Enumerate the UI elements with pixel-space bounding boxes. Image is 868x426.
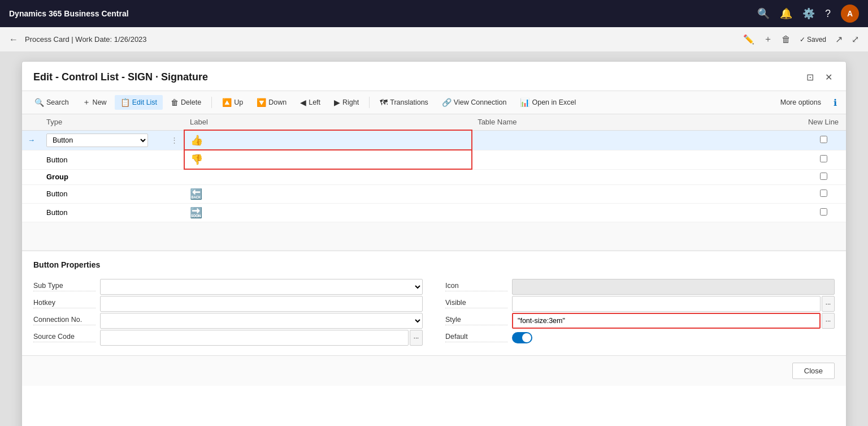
notification-icon[interactable]: 🔔 <box>780 7 792 20</box>
open-in-excel-button[interactable]: 📊 Open in Excel <box>514 95 581 110</box>
type-cell-2[interactable]: Button <box>41 150 165 169</box>
label-cell-1[interactable]: 👍 <box>184 130 472 150</box>
default-label: Default <box>445 333 507 342</box>
close-button[interactable]: Close <box>792 363 835 379</box>
up-button[interactable]: 🔼 Up <box>216 95 249 110</box>
source-code-dots-button[interactable]: ··· <box>410 330 423 346</box>
up-label: Up <box>234 98 243 106</box>
table-name-cell-2[interactable] <box>472 150 801 169</box>
sub-header-icons: ✏️ ＋ 🗑 ✓ Saved ↗ ⤢ <box>743 33 859 45</box>
source-code-row: Source Code ··· <box>33 329 423 346</box>
right-label: Right <box>342 98 359 106</box>
edit-list-button[interactable]: 📋 Edit List <box>115 95 163 110</box>
label-cell-2[interactable]: 👎 <box>184 150 472 169</box>
view-connection-label: View Connection <box>454 98 507 106</box>
new-line-cell-4[interactable] <box>801 184 846 203</box>
translations-label: Translations <box>390 98 428 106</box>
settings-icon[interactable]: ⚙️ <box>802 7 815 20</box>
row-indicator-3 <box>22 169 41 184</box>
delete-icon[interactable]: 🗑 <box>782 35 791 45</box>
app-title: Dynamics 365 Business Central <box>9 9 129 18</box>
table-row[interactable]: Button 👎 <box>22 150 846 169</box>
table-name-cell-1[interactable] <box>472 130 801 150</box>
search-icon[interactable]: 🔍 <box>757 7 770 20</box>
table-name-cell-4[interactable] <box>472 184 801 203</box>
table-name-cell-3[interactable] <box>472 169 801 184</box>
drag-handle-5[interactable] <box>165 203 184 222</box>
type-cell-4[interactable]: Button <box>41 184 165 203</box>
label-cell-5[interactable]: 🔜 <box>184 203 472 222</box>
dialog-footer: Close <box>22 355 846 386</box>
back-icon[interactable]: ← <box>9 35 18 45</box>
drag-handle-3[interactable] <box>165 169 184 184</box>
new-line-cell-5[interactable] <box>801 203 846 222</box>
sub-type-select[interactable] <box>100 279 423 295</box>
view-connection-button[interactable]: 🔗 View Connection <box>436 95 513 110</box>
down-icon: 🔽 <box>257 98 266 107</box>
visible-input[interactable] <box>512 296 821 312</box>
icon-box <box>512 279 835 295</box>
new-line-checkbox-4[interactable] <box>820 190 827 197</box>
source-code-input[interactable] <box>100 330 409 346</box>
new-line-checkbox-3[interactable] <box>820 173 827 180</box>
add-icon[interactable]: ＋ <box>763 33 772 45</box>
label-cell-3[interactable] <box>184 169 472 184</box>
row-indicator-5 <box>22 203 41 222</box>
table-name-cell-5[interactable] <box>472 203 801 222</box>
more-options-button[interactable]: More options <box>775 96 827 109</box>
left-button[interactable]: ◀ Left <box>294 95 326 110</box>
style-row: Style "font-size:3em" ··· <box>445 312 835 329</box>
table-row[interactable]: Group <box>22 169 846 184</box>
info-icon[interactable]: ℹ <box>831 95 839 110</box>
avatar[interactable]: A <box>841 5 859 23</box>
hotkey-row: Hotkey <box>33 295 423 312</box>
new-line-cell-2[interactable] <box>801 150 846 169</box>
right-button[interactable]: ▶ Right <box>328 95 364 110</box>
sub-header: ← Process Card | Work Date: 1/26/2023 ✏️… <box>0 27 868 52</box>
toolbar-divider-2 <box>369 97 370 108</box>
visible-dots-button[interactable]: ··· <box>822 296 835 312</box>
new-button[interactable]: ＋ New <box>77 94 112 110</box>
type-cell-5[interactable]: Button <box>41 203 165 222</box>
new-line-checkbox-2[interactable] <box>820 155 827 162</box>
type-cell-1[interactable]: Button Group Label <box>41 130 165 150</box>
help-icon[interactable]: ? <box>825 8 831 20</box>
hotkey-input[interactable] <box>100 296 423 312</box>
style-dots-button[interactable]: ··· <box>822 313 835 329</box>
collapse-icon[interactable]: ⤢ <box>852 34 859 45</box>
page-content: Edit - Control List - SIGN · Signature ⊡… <box>0 52 868 426</box>
arrow-right-icon: 🔜 <box>190 207 202 218</box>
down-button[interactable]: 🔽 Down <box>251 95 292 110</box>
top-bar-right: 🔍 🔔 ⚙️ ? A <box>757 5 859 23</box>
table-row[interactable]: Button 🔙 <box>22 184 846 203</box>
type-select-1[interactable]: Button Group Label <box>46 134 148 147</box>
delete-button[interactable]: 🗑 Delete <box>165 95 207 110</box>
new-line-cell-1[interactable] <box>801 130 846 150</box>
label-cell-4[interactable]: 🔙 <box>184 184 472 203</box>
search-label: Search <box>46 98 69 106</box>
type-cell-3[interactable]: Group <box>41 169 165 184</box>
translations-button[interactable]: 🗺 Translations <box>374 95 434 110</box>
search-button[interactable]: 🔍 Search <box>29 95 75 110</box>
drag-handle-4[interactable] <box>165 184 184 203</box>
minimize-button[interactable]: ⊡ <box>804 71 816 84</box>
edit-icon[interactable]: ✏️ <box>743 34 754 45</box>
visible-label: Visible <box>445 299 507 308</box>
connection-no-select[interactable] <box>100 313 423 329</box>
table-row[interactable]: → Button Group Label ⋮ 👍 <box>22 130 846 150</box>
new-line-cell-3[interactable] <box>801 169 846 184</box>
props-right-col: Icon Visible ··· Style <box>445 278 835 346</box>
drag-handle-2[interactable] <box>165 150 184 169</box>
excel-icon: 📊 <box>520 98 530 107</box>
new-line-checkbox-5[interactable] <box>820 208 827 216</box>
top-bar: Dynamics 365 Business Central 🔍 🔔 ⚙️ ? A <box>0 0 868 27</box>
row-indicator-1: → <box>22 130 41 150</box>
drag-handle-1[interactable]: ⋮ <box>165 130 184 150</box>
new-line-checkbox-1[interactable] <box>820 136 827 143</box>
properties-section: Button Properties Sub Type Hotkey <box>22 251 846 355</box>
close-dialog-button[interactable]: ✕ <box>823 71 835 84</box>
default-toggle[interactable] <box>512 332 532 343</box>
style-input[interactable]: "font-size:3em" <box>512 313 821 329</box>
table-row[interactable]: Button 🔜 <box>22 203 846 222</box>
expand-icon[interactable]: ↗ <box>835 34 843 45</box>
